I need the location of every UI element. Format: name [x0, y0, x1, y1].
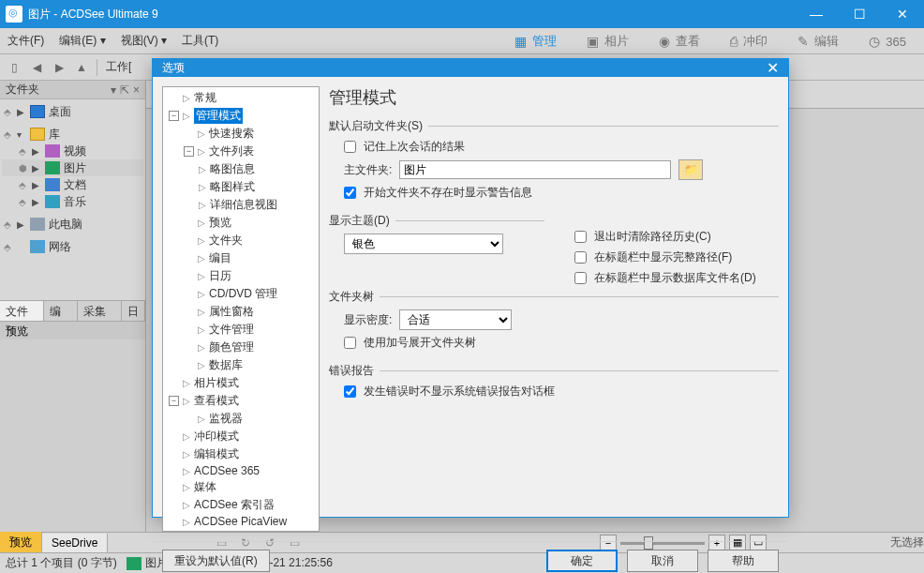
tree-item-acd365[interactable]: ▷ACDSee 365: [165, 463, 317, 478]
warn-missing-label: 开始文件夹不存在时显示警告信息: [364, 185, 532, 201]
options-tree-wrap: ▷常规 −▷管理模式 ▷快速搜索 −▷文件列表 ▷略图信息 ▷略图样式 ▷详细信…: [162, 86, 320, 532]
collapse-icon[interactable]: −: [184, 146, 194, 157]
tree-item-viewmode[interactable]: −▷查看模式: [165, 392, 317, 410]
music-icon: [45, 195, 60, 208]
minimize-button[interactable]: —: [795, 0, 838, 28]
sidetab-folder[interactable]: 文件夹: [0, 301, 44, 321]
row-clear-history: 退出时清除路径历史(C): [574, 229, 779, 245]
tab-print[interactable]: ⎙冲印: [715, 28, 782, 54]
clear-history-checkbox[interactable]: [574, 231, 587, 243]
theme-select[interactable]: 银色: [344, 234, 503, 254]
hide-error-checkbox[interactable]: [344, 385, 356, 398]
page-icon: ▷: [183, 93, 190, 103]
tree-item-attrpane[interactable]: ▷属性窗格: [165, 303, 317, 321]
maximize-button[interactable]: ☐: [838, 0, 881, 28]
folder-icon: 📁: [684, 163, 698, 176]
bottomtab-seedrive[interactable]: SeeDrive: [42, 534, 108, 552]
warn-missing-checkbox[interactable]: [344, 187, 356, 199]
tree-item-filelist[interactable]: −▷文件列表: [165, 143, 317, 160]
fullpath-checkbox[interactable]: [574, 251, 587, 264]
photo-icon: ▣: [587, 34, 599, 49]
dialog-close-button[interactable]: ✕: [767, 59, 779, 77]
tree-pictures[interactable]: ⬢▶图片: [2, 159, 143, 176]
tab-edit[interactable]: ✎编辑: [782, 28, 854, 54]
density-select[interactable]: 合适: [399, 309, 512, 330]
nav-tool-1[interactable]: ▯: [4, 57, 24, 78]
options-tree[interactable]: ▷常规 −▷管理模式 ▷快速搜索 −▷文件列表 ▷略图信息 ▷略图样式 ▷详细信…: [163, 87, 319, 531]
tree-item-picaview[interactable]: ▷ACDSee PicaView: [165, 514, 317, 529]
tree-item-folders[interactable]: ▷文件夹: [165, 232, 317, 249]
tab-manage[interactable]: ▦管理: [499, 28, 572, 54]
tree-item-database[interactable]: ▷数据库: [165, 356, 317, 374]
tree-item-general[interactable]: ▷常规: [165, 89, 317, 107]
sidetab-catalog[interactable]: 编目: [44, 301, 78, 321]
browse-folder-button[interactable]: 📁: [678, 159, 703, 180]
nav-up[interactable]: ▲: [71, 57, 92, 78]
options-panel: 管理模式 默认启动文件夹(S) 记住上次会话的结果 主文件夹: 📁 开始文件夹不…: [329, 86, 779, 532]
document-icon: [45, 178, 60, 191]
tree-item-detailview[interactable]: ▷详细信息视图: [165, 196, 317, 214]
remember-last-checkbox[interactable]: [344, 141, 356, 153]
menu-view[interactable]: 视图(V) ▾: [113, 29, 174, 53]
tree-item-filemgmt[interactable]: ▷文件管理: [165, 321, 317, 339]
tree-item-printmode[interactable]: ▷冲印模式: [165, 428, 317, 445]
close-button[interactable]: ✕: [881, 0, 924, 28]
tab-365[interactable]: ◷365: [854, 28, 921, 54]
network-icon: [30, 240, 45, 253]
clear-history-label: 退出时清除路径历史(C): [594, 229, 711, 245]
page-icon: ▷: [198, 360, 205, 370]
sidetab-collect[interactable]: 采集夹: [78, 301, 122, 321]
tree-documents[interactable]: ⬘▶文档: [2, 176, 143, 193]
mainfolder-input[interactable]: [399, 160, 671, 179]
collapse-icon[interactable]: −: [169, 111, 179, 121]
tree-item-photomode[interactable]: ▷相片模式: [165, 374, 317, 392]
tree-item-thumbstyle[interactable]: ▷略图样式: [165, 178, 317, 196]
tree-item-calendar[interactable]: ▷日历: [165, 267, 317, 285]
nav-forward[interactable]: ▶: [49, 57, 69, 78]
tree-item-manage-mode[interactable]: −▷管理模式: [165, 107, 317, 125]
sidebar-close-icon[interactable]: ×: [133, 83, 140, 97]
tree-music[interactable]: ⬘▶音乐: [2, 193, 143, 210]
page-icon: ▷: [199, 182, 206, 192]
plus-expand-checkbox[interactable]: [344, 337, 356, 349]
tree-thispc[interactable]: ⬘▶此电脑: [2, 216, 143, 233]
tree-video[interactable]: ⬘▶视频: [2, 143, 143, 159]
tree-desktop[interactable]: ⬘▶桌面: [2, 103, 143, 120]
nav-back[interactable]: ◀: [26, 57, 47, 78]
group-label: 显示主题(D): [329, 213, 395, 229]
menu-file[interactable]: 文件(F): [0, 29, 52, 53]
tree-item-thumbinfo[interactable]: ▷略图信息: [165, 160, 317, 178]
sidebar-dropdown-icon[interactable]: ▾: [111, 83, 116, 97]
tree-item-preview[interactable]: ▷预览: [165, 214, 317, 232]
cloud-icon: ◷: [869, 34, 880, 49]
tree-item-cddvd[interactable]: ▷CD/DVD 管理: [165, 285, 317, 303]
mode-tabs: ▦管理 ▣相片 ◉查看 ⎙冲印 ✎编辑 ◷365: [499, 28, 921, 54]
tree-item-colormgmt[interactable]: ▷颜色管理: [165, 339, 317, 356]
dbfilename-checkbox[interactable]: [574, 272, 587, 284]
tree-item-indexer[interactable]: ▷ACDSee 索引器: [165, 496, 317, 514]
page-icon: ▷: [199, 164, 206, 174]
tab-photo[interactable]: ▣相片: [572, 28, 644, 54]
collapse-icon[interactable]: −: [169, 396, 179, 406]
tools-icon: ✎: [797, 34, 809, 49]
tree-item-editmode[interactable]: ▷编辑模式: [165, 445, 317, 463]
page-icon: ▷: [198, 128, 205, 139]
eye-icon: ◉: [659, 34, 670, 49]
sidetab-day[interactable]: 日: [122, 301, 145, 321]
tree-item-catalog[interactable]: ▷编目: [165, 249, 317, 267]
reset-defaults-button[interactable]: 重设为默认值(R): [162, 550, 270, 572]
cancel-button[interactable]: 取消: [627, 550, 698, 572]
tree-item-media[interactable]: ▷媒体: [165, 478, 317, 496]
help-button[interactable]: 帮助: [708, 550, 779, 572]
bottomtab-preview[interactable]: 预览: [0, 532, 42, 553]
sidebar-pin-icon[interactable]: ⇱: [120, 83, 129, 97]
tree-item-quicksearch[interactable]: ▷快速搜索: [165, 125, 317, 143]
tree-network[interactable]: ⬘网络: [2, 238, 143, 255]
menu-tools[interactable]: 工具(T): [174, 29, 226, 53]
ok-button[interactable]: 确定: [546, 550, 618, 572]
menu-edit[interactable]: 编辑(E) ▾: [52, 29, 112, 53]
tab-view[interactable]: ◉查看: [644, 28, 715, 54]
tree-item-monitor[interactable]: ▷监视器: [165, 410, 317, 428]
page-icon: ▷: [198, 342, 205, 353]
tree-library[interactable]: ⬘▾库: [2, 126, 143, 143]
